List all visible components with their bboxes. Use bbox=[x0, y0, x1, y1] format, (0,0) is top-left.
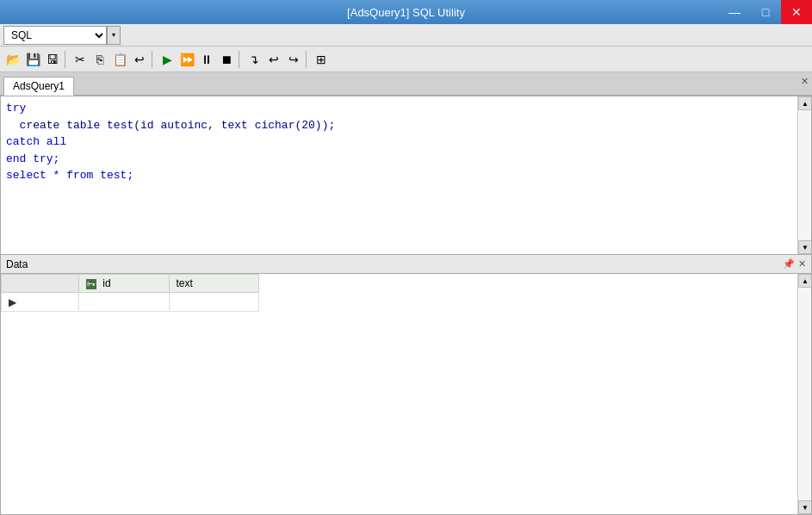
step-into-button[interactable]: ↴ bbox=[245, 50, 263, 69]
scroll-up-button[interactable]: ▲ bbox=[798, 96, 812, 110]
tab-close-button[interactable]: ✕ bbox=[801, 76, 809, 87]
main-container: AdsQuery1 ✕ try create table test(id aut… bbox=[0, 72, 812, 515]
text-column-header[interactable]: text bbox=[169, 275, 259, 293]
text-cell[interactable] bbox=[169, 293, 259, 312]
title-bar: [AdsQuery1] SQL Utility — □ ✕ bbox=[0, 0, 812, 24]
id-column-label: id bbox=[102, 277, 110, 289]
row-indicator-header bbox=[2, 275, 79, 293]
run-button[interactable]: ▶ bbox=[158, 50, 177, 69]
dropdown-arrow-icon[interactable]: ▾ bbox=[107, 26, 121, 45]
table-header-row: 🗝 id text bbox=[2, 275, 259, 293]
cut-button[interactable]: ✂ bbox=[71, 50, 90, 69]
data-table: 🗝 id text ▶ bbox=[1, 274, 259, 312]
data-panel-controls: 📌 ✕ bbox=[783, 258, 806, 270]
text-column-label: text bbox=[177, 277, 193, 289]
data-table-container[interactable]: 🗝 id text ▶ bbox=[1, 274, 811, 514]
data-scroll-up-button[interactable]: ▲ bbox=[798, 274, 812, 288]
separator-4 bbox=[306, 51, 309, 68]
data-vertical-scrollbar[interactable]: ▲ ▼ bbox=[797, 274, 811, 514]
minimize-button[interactable]: — bbox=[719, 0, 750, 24]
scroll-down-button[interactable]: ▼ bbox=[798, 240, 812, 254]
sql-editor-area[interactable]: try create table test(id autoinc, text c… bbox=[0, 96, 812, 255]
data-panel-title: Data bbox=[6, 258, 28, 270]
tab-label: AdsQuery1 bbox=[13, 80, 65, 92]
toolbar-dropdown-row: SQL ▾ bbox=[0, 24, 812, 47]
pause-button[interactable]: ⏸ bbox=[197, 50, 216, 69]
close-button[interactable]: ✕ bbox=[781, 0, 812, 24]
vertical-scrollbar[interactable]: ▲ ▼ bbox=[797, 96, 811, 254]
row-indicator-cell: ▶ bbox=[2, 293, 79, 312]
copy-button[interactable]: ⎘ bbox=[90, 50, 109, 69]
icon-toolbar: 📂 💾 🖫 ✂ ⎘ 📋 ↩ ▶ ⏩ ⏸ ⏹ ↴ ↩ ↪ ⊞ bbox=[0, 47, 812, 72]
window-title: [AdsQuery1] SQL Utility bbox=[347, 6, 465, 19]
separator-1 bbox=[65, 51, 68, 68]
id-cell[interactable] bbox=[79, 293, 170, 312]
stop-button[interactable]: ⏹ bbox=[217, 50, 236, 69]
tab-bar: AdsQuery1 ✕ bbox=[0, 72, 812, 96]
id-column-header[interactable]: 🗝 id bbox=[79, 275, 170, 293]
scroll-track[interactable] bbox=[798, 110, 811, 240]
save-button[interactable]: 💾 bbox=[23, 50, 42, 69]
maximize-button[interactable]: □ bbox=[750, 0, 781, 24]
data-panel-close-icon[interactable]: ✕ bbox=[798, 258, 806, 270]
sql-editor-content[interactable]: try create table test(id autoinc, text c… bbox=[1, 96, 811, 188]
step-over-button[interactable]: ↩ bbox=[264, 50, 283, 69]
data-scroll-track[interactable] bbox=[798, 288, 811, 500]
data-panel: Data 📌 ✕ 🗝 id text bbox=[0, 255, 812, 515]
undo-button[interactable]: ↩ bbox=[130, 50, 149, 69]
data-scroll-down-button[interactable]: ▼ bbox=[798, 500, 812, 514]
ads-query-tab[interactable]: AdsQuery1 bbox=[3, 77, 74, 96]
separator-3 bbox=[239, 51, 242, 68]
step-out-button[interactable]: ↪ bbox=[284, 50, 303, 69]
separator-2 bbox=[152, 51, 155, 68]
paste-button[interactable]: 📋 bbox=[110, 50, 129, 69]
row-arrow-icon: ▶ bbox=[9, 296, 16, 308]
step-button[interactable]: ⏩ bbox=[177, 50, 196, 69]
data-panel-header: Data 📌 ✕ bbox=[1, 255, 811, 274]
open-folder-button[interactable]: 📂 bbox=[3, 50, 22, 69]
table-row: ▶ bbox=[2, 293, 259, 312]
key-icon: 🗝 bbox=[86, 279, 96, 289]
save-all-button[interactable]: 🖫 bbox=[43, 50, 62, 69]
pin-icon[interactable]: 📌 bbox=[783, 258, 795, 270]
options-button[interactable]: ⊞ bbox=[312, 50, 331, 69]
title-bar-controls: — □ ✕ bbox=[719, 0, 812, 24]
sql-type-dropdown[interactable]: SQL bbox=[3, 26, 107, 45]
